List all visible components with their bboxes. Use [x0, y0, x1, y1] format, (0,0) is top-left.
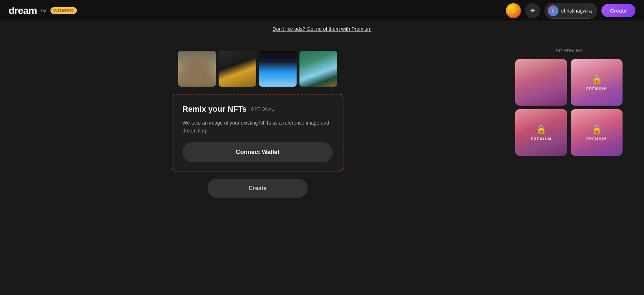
- art-preview-label: Art Preview: [515, 47, 623, 53]
- sample-image-4: [299, 51, 337, 87]
- art-grid: 🔒 PREMIUM 🔒 PREMIUM 🔒 PREMIUM: [515, 59, 623, 156]
- nft-remix-title: Remix your NFTs: [182, 105, 247, 114]
- bottom-create-button[interactable]: Create: [208, 179, 308, 198]
- header-right: ☀ C christinagwira Create: [506, 3, 635, 19]
- globe-icon-button[interactable]: [506, 3, 521, 18]
- premium-ads-link[interactable]: Don't like ads? Get rid of them with Pre…: [273, 26, 372, 32]
- art-card-4[interactable]: 🔒 PREMIUM: [571, 109, 623, 156]
- user-profile-button[interactable]: C christinagwira: [545, 3, 597, 19]
- logo-dream: dream: [9, 5, 37, 16]
- sample-image-3: [259, 51, 297, 87]
- art-card-1[interactable]: [515, 59, 567, 106]
- nft-remix-header: Remix your NFTs OPTIONAL: [182, 105, 333, 114]
- sample-image-1: [178, 51, 216, 87]
- premium-label-4: PREMIUM: [586, 137, 607, 141]
- globe-icon: [506, 3, 521, 18]
- right-panel: Art Preview 🔒 PREMIUM 🔒 PREMIUM 🔒 PREMIU…: [515, 44, 623, 287]
- main-content: Remix your NFTs OPTIONAL We take an imag…: [0, 37, 644, 294]
- theme-toggle-button[interactable]: ☀: [525, 3, 540, 18]
- lock-icon-2: 🔒: [591, 74, 602, 84]
- sample-image-2: [219, 51, 256, 87]
- sun-icon: ☀: [530, 7, 536, 15]
- ads-banner: Don't like ads? Get rid of them with Pre…: [0, 21, 644, 37]
- lock-icon-3: 🔒: [536, 124, 547, 134]
- user-avatar: C: [548, 5, 558, 16]
- header-create-button[interactable]: Create: [601, 4, 635, 17]
- logo-by: by: [41, 8, 46, 13]
- connect-wallet-button[interactable]: Connect Wallet: [182, 142, 333, 162]
- optional-badge: OPTIONAL: [251, 107, 274, 112]
- premium-label-3: PREMIUM: [531, 137, 552, 141]
- left-panel: Remix your NFTs OPTIONAL We take an imag…: [21, 44, 494, 287]
- nft-remix-section: Remix your NFTs OPTIONAL We take an imag…: [172, 94, 343, 171]
- nft-remix-description: We take an image of your existing NFTs a…: [182, 119, 333, 135]
- logo-area: dream by WOMBO: [9, 5, 77, 16]
- premium-label-2: PREMIUM: [586, 87, 607, 91]
- art-card-3[interactable]: 🔒 PREMIUM: [515, 109, 567, 156]
- sample-images-row: [178, 51, 337, 87]
- logo-wombo: WOMBO: [50, 7, 77, 14]
- art-card-2[interactable]: 🔒 PREMIUM: [571, 59, 623, 106]
- username-label: christinagwira: [561, 8, 592, 14]
- lock-icon-4: 🔒: [591, 124, 602, 134]
